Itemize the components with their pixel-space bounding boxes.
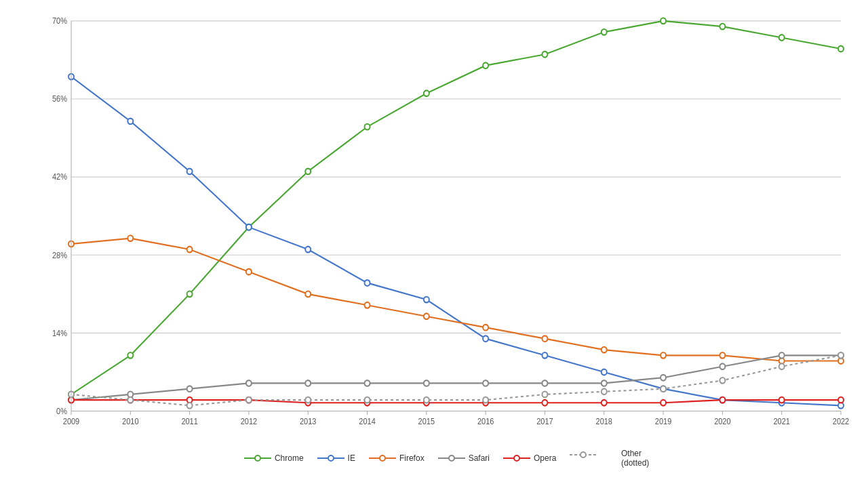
svg-point-21 xyxy=(601,29,607,35)
svg-point-60 xyxy=(424,380,429,386)
svg-text:28%: 28% xyxy=(52,251,67,259)
svg-point-19 xyxy=(483,62,488,68)
svg-point-50 xyxy=(660,352,666,359)
legend-label: Safari xyxy=(469,453,490,463)
main-chart: 0%14%28%42%56%70% 2009201020112012201320… xyxy=(41,14,854,441)
svg-point-43 xyxy=(246,269,252,275)
svg-point-16 xyxy=(305,169,311,175)
legend-item-ie: IE xyxy=(317,453,355,463)
svg-point-65 xyxy=(719,363,725,369)
svg-point-86 xyxy=(305,397,311,403)
svg-point-47 xyxy=(483,325,488,331)
svg-text:2009: 2009 xyxy=(63,418,79,426)
svg-point-34 xyxy=(542,352,547,359)
svg-text:2018: 2018 xyxy=(596,418,612,426)
svg-point-89 xyxy=(483,397,488,403)
svg-point-92 xyxy=(660,386,666,392)
svg-point-76 xyxy=(542,400,547,406)
svg-text:42%: 42% xyxy=(52,173,67,181)
svg-point-77 xyxy=(601,400,607,406)
svg-point-23 xyxy=(719,24,725,30)
svg-point-14 xyxy=(187,291,193,298)
svg-text:2017: 2017 xyxy=(536,418,553,426)
svg-point-24 xyxy=(779,35,785,41)
svg-point-51 xyxy=(719,352,725,359)
svg-text:2015: 2015 xyxy=(418,418,435,426)
svg-text:2019: 2019 xyxy=(655,418,671,426)
svg-point-25 xyxy=(838,46,844,52)
svg-point-57 xyxy=(246,380,252,386)
svg-point-44 xyxy=(305,291,311,298)
svg-point-17 xyxy=(365,124,370,130)
svg-text:14%: 14% xyxy=(52,329,67,337)
svg-point-129 xyxy=(328,455,334,461)
legend-item-chrome: Chrome xyxy=(244,453,304,463)
svg-point-127 xyxy=(255,455,260,461)
svg-text:2014: 2014 xyxy=(359,418,376,426)
chart-legend: ChromeIEFirefoxSafariOperaOther (dotted) xyxy=(41,449,854,468)
svg-text:2022: 2022 xyxy=(833,418,849,426)
svg-point-87 xyxy=(365,397,370,403)
svg-point-135 xyxy=(514,455,519,461)
svg-point-59 xyxy=(365,380,370,386)
svg-point-29 xyxy=(246,224,252,230)
svg-text:2020: 2020 xyxy=(714,418,730,426)
legend-label: IE xyxy=(348,453,355,463)
svg-text:2021: 2021 xyxy=(773,418,789,426)
svg-point-83 xyxy=(127,397,133,403)
svg-point-94 xyxy=(779,363,785,369)
svg-point-131 xyxy=(380,455,385,461)
svg-point-95 xyxy=(838,352,844,359)
svg-point-13 xyxy=(127,352,133,359)
svg-point-58 xyxy=(305,380,311,386)
svg-text:2013: 2013 xyxy=(300,418,316,426)
legend-label: Other (dotted) xyxy=(621,449,651,468)
svg-point-41 xyxy=(127,235,133,241)
svg-point-42 xyxy=(187,247,193,253)
legend-item-firefox: Firefox xyxy=(369,453,425,463)
svg-text:70%: 70% xyxy=(52,17,67,25)
svg-point-33 xyxy=(483,336,488,342)
svg-point-78 xyxy=(660,400,666,406)
svg-text:2010: 2010 xyxy=(122,418,138,426)
svg-point-22 xyxy=(660,18,666,24)
svg-point-90 xyxy=(542,392,547,398)
svg-text:2011: 2011 xyxy=(181,418,197,426)
svg-point-49 xyxy=(601,347,607,353)
svg-point-133 xyxy=(449,455,454,461)
svg-point-80 xyxy=(779,397,785,403)
svg-point-18 xyxy=(424,90,429,96)
legend-label: Firefox xyxy=(399,453,425,463)
svg-point-28 xyxy=(187,169,193,175)
svg-point-31 xyxy=(365,280,370,286)
legend-item-opera: Opera xyxy=(503,453,556,463)
svg-point-45 xyxy=(365,302,370,308)
legend-item-safari: Safari xyxy=(438,453,490,463)
svg-point-79 xyxy=(719,397,725,403)
svg-point-63 xyxy=(601,380,607,386)
svg-point-61 xyxy=(483,380,488,386)
svg-text:2012: 2012 xyxy=(241,418,257,426)
svg-point-66 xyxy=(779,352,785,359)
svg-point-137 xyxy=(580,452,586,458)
chart-container: 0%14%28%42%56%70% 2009201020112012201320… xyxy=(0,0,868,488)
svg-point-93 xyxy=(719,378,725,384)
svg-point-20 xyxy=(542,52,547,58)
svg-point-46 xyxy=(424,313,429,319)
svg-point-27 xyxy=(127,119,133,125)
svg-point-30 xyxy=(305,247,311,253)
svg-point-81 xyxy=(838,397,844,403)
svg-text:0%: 0% xyxy=(56,407,67,415)
svg-point-85 xyxy=(246,397,252,403)
legend-item-other--dotted-: Other (dotted) xyxy=(570,449,651,468)
svg-point-56 xyxy=(187,386,193,392)
svg-point-62 xyxy=(542,380,547,386)
svg-point-32 xyxy=(424,297,429,303)
legend-label: Opera xyxy=(534,453,556,463)
svg-text:56%: 56% xyxy=(52,95,67,103)
svg-point-35 xyxy=(601,369,607,375)
svg-point-91 xyxy=(601,388,607,394)
svg-point-84 xyxy=(187,403,193,409)
svg-point-88 xyxy=(424,397,429,403)
svg-point-64 xyxy=(660,375,666,381)
